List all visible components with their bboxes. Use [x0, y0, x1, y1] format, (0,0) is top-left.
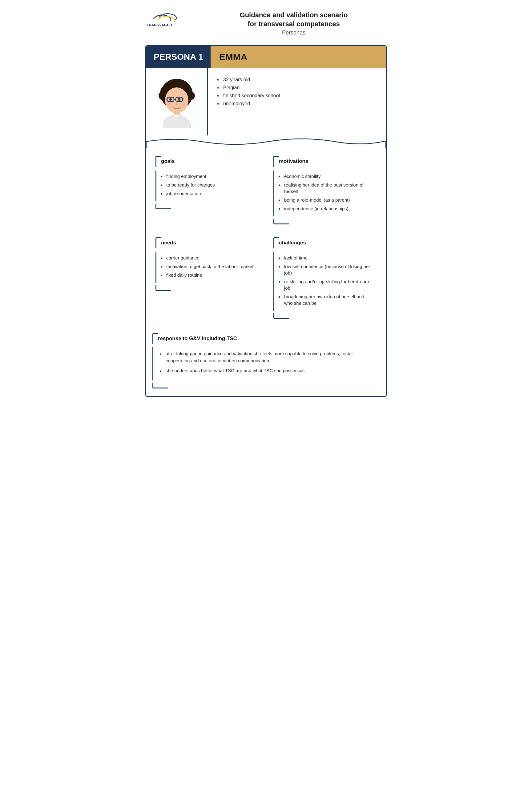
profile-list: 32 years old Belgian finished secondary … — [217, 77, 376, 106]
motivations-list: economic stability realising her idea of… — [279, 173, 371, 212]
challenges-block: challenges lack of time low self-confide… — [266, 232, 380, 324]
goals-list: finding employment to be ready for chang… — [161, 173, 257, 197]
challenges-label: challenges — [273, 237, 373, 249]
svg-text:VAL: VAL — [159, 23, 166, 27]
svg-point-17 — [169, 98, 172, 101]
motivations-label: motivations — [273, 156, 373, 167]
svg-text:-EU: -EU — [166, 23, 172, 27]
goals-label: goals — [156, 156, 260, 167]
motivations-bracket-top — [273, 156, 279, 167]
needs-bracket-top — [156, 237, 161, 249]
content-grid: goals finding employment to be ready for… — [146, 148, 386, 330]
goals-block: goals finding employment to be ready for… — [152, 151, 266, 229]
profile-employment: unemployed — [217, 101, 376, 106]
challenge-item-3: broadening her own idea of herself and w… — [279, 293, 371, 306]
needs-block: needs carrier guidance motivation to get… — [152, 232, 266, 324]
svg-point-19 — [166, 102, 172, 105]
needs-list: carrier guidance motivation to get back … — [161, 255, 257, 278]
goals-bracket-top — [156, 156, 161, 167]
header-title-block: Guidance and validation scenario for tra… — [201, 9, 387, 36]
wave-separator — [146, 135, 386, 148]
motivations-title: motivations — [279, 158, 308, 164]
need-item-2: fixed daily routine — [161, 272, 257, 278]
main-card: PERSONA 1 EMMA — [145, 45, 387, 397]
response-item-1: she understands better what TSC are and … — [159, 367, 373, 374]
persona-label: PERSONA 1 — [146, 46, 211, 68]
profile-info: 32 years old Belgian finished secondary … — [208, 68, 386, 135]
motivation-item-3: independence (in relationships) — [279, 205, 371, 212]
motivation-item-2: being a role-model (as a parent) — [279, 197, 371, 203]
goal-item-0: finding employment — [161, 173, 257, 179]
challenge-item-2: re-skilling and/or up-skilling for her d… — [279, 278, 371, 291]
svg-text:TRANS: TRANS — [146, 23, 159, 27]
response-label-row: response to G&V including TSC — [152, 333, 376, 344]
goal-item-2: job re-orientation — [161, 190, 257, 197]
profile-education: finished secondary school — [217, 93, 376, 98]
challenges-list: lack of time low self-confidence (becaus… — [279, 255, 371, 306]
profile-section: 32 years old Belgian finished secondary … — [146, 68, 386, 135]
challenge-item-0: lack of time — [279, 255, 371, 261]
need-item-0: carrier guidance — [161, 255, 257, 261]
main-title-line2: for transversal competences — [201, 20, 387, 28]
response-section: response to G&V including TSC after taki… — [146, 330, 386, 396]
persona-name: EMMA — [211, 46, 386, 68]
response-bracket-top — [152, 333, 158, 344]
challenge-item-1: low self-confidence (because of losing h… — [279, 263, 371, 276]
response-bracket-bottom — [152, 383, 168, 389]
goal-item-1: to be ready for changes — [161, 182, 257, 188]
svg-point-11 — [165, 87, 189, 113]
motivations-block: motivations economic stability realising… — [266, 151, 380, 229]
goals-bracket-bottom — [156, 204, 171, 209]
need-item-1: motivation to get back to the labour mar… — [161, 263, 257, 270]
motivations-bracket-bottom — [273, 219, 289, 224]
response-item-0: after taking part in guidance and valida… — [159, 350, 373, 364]
profile-age: 32 years old — [217, 77, 376, 82]
profile-nationality: Belgian — [217, 85, 376, 91]
svg-point-18 — [178, 98, 180, 101]
row-divider — [152, 229, 380, 232]
motivation-item-0: economic stability — [279, 173, 371, 179]
persona-header: PERSONA 1 EMMA — [146, 46, 386, 68]
needs-bracket-bottom — [156, 285, 171, 291]
transval-eu-logo: TRANS VAL -EU — [145, 9, 195, 31]
page-header: TRANS VAL -EU Guidance and validation sc… — [145, 9, 387, 36]
avatar — [154, 76, 200, 128]
motivation-item-1: realising her idea of the best version o… — [279, 182, 371, 195]
needs-label: needs — [156, 237, 260, 249]
main-title-line1: Guidance and validation scenario — [201, 11, 387, 20]
logo-area: TRANS VAL -EU — [145, 9, 201, 32]
avatar-box — [146, 68, 208, 135]
response-title: response to G&V including TSC — [158, 336, 237, 342]
challenges-bracket-top — [273, 237, 279, 249]
challenges-title: challenges — [279, 240, 306, 246]
svg-point-20 — [182, 102, 187, 105]
needs-title: needs — [161, 240, 176, 246]
sub-title: Personas — [201, 29, 387, 36]
challenges-bracket-bottom — [273, 313, 289, 319]
goals-title: goals — [161, 158, 175, 164]
response-list: after taking part in guidance and valida… — [159, 350, 373, 374]
